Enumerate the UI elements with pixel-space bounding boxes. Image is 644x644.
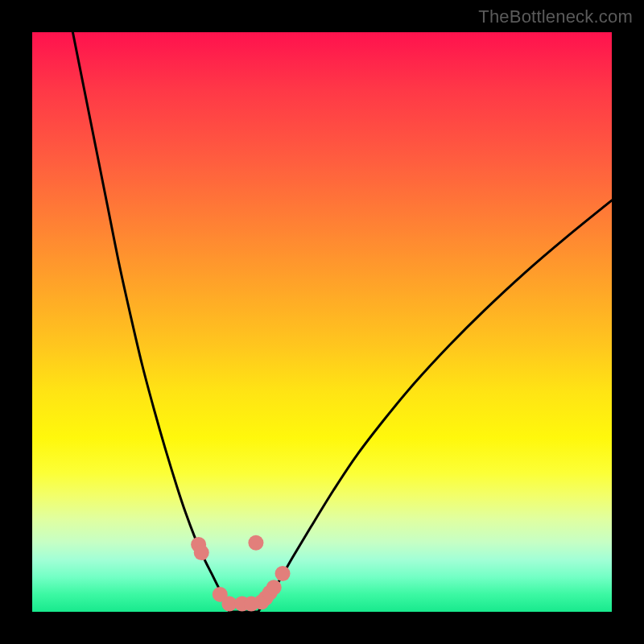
svg-point-9 (266, 580, 282, 595)
svg-point-11 (248, 535, 263, 551)
chart-canvas: TheBottleneck.com (0, 0, 644, 644)
plot-area (32, 32, 612, 612)
svg-point-10 (275, 566, 291, 581)
low-region-markers (191, 535, 290, 612)
right-curve (258, 200, 612, 612)
left-curve (72, 32, 229, 612)
svg-point-1 (194, 545, 209, 560)
watermark-text: TheBottleneck.com (478, 6, 633, 27)
plot-svg (32, 32, 612, 612)
